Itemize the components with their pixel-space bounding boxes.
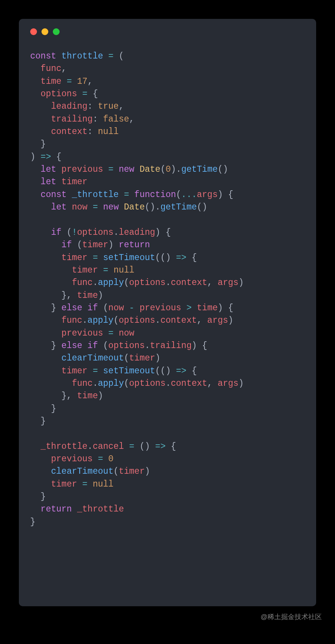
code-token <box>134 165 140 174</box>
code-token <box>134 303 140 313</box>
code-token: = <box>108 51 114 61</box>
code-token: = <box>108 165 114 174</box>
code-token: apply <box>98 278 124 288</box>
code-token: { <box>186 253 197 263</box>
code-token: setTimeout <box>103 253 155 263</box>
code-token: ) <box>98 291 103 300</box>
code-token: function <box>134 190 176 200</box>
code-token: let <box>41 177 56 187</box>
code-token: (() <box>155 253 176 263</box>
code-token: = <box>98 454 103 464</box>
code-token <box>30 278 72 288</box>
code-token: time <box>77 291 98 300</box>
code-token: func <box>41 64 61 74</box>
code-token <box>30 328 61 338</box>
minimize-icon[interactable] <box>41 28 48 35</box>
code-token: ) { <box>218 190 233 200</box>
code-token: ). <box>171 165 181 174</box>
code-token <box>119 190 124 200</box>
code-token <box>124 442 129 451</box>
code-token: false <box>103 114 129 124</box>
code-token: Date <box>140 165 160 174</box>
code-token: time <box>41 77 61 86</box>
code-token: return <box>41 504 72 514</box>
code-token: = <box>108 328 114 338</box>
code-token <box>30 467 51 476</box>
code-token: args <box>207 316 228 325</box>
code-token: options <box>77 228 114 237</box>
code-token: 0 <box>166 165 171 174</box>
code-token: args <box>197 190 218 200</box>
code-token <box>98 366 103 376</box>
code-token <box>88 479 93 489</box>
code-token: => <box>41 152 51 162</box>
code-token: now <box>108 303 124 313</box>
code-token <box>103 454 108 464</box>
code-token: = <box>129 442 134 451</box>
code-token: _throttle <box>77 504 124 514</box>
code-window: const throttle = ( func, time = 17, opti… <box>19 19 316 606</box>
code-token <box>30 253 61 263</box>
code-token <box>30 442 41 451</box>
code-token: let <box>41 165 56 174</box>
code-token: setTimeout <box>103 366 155 376</box>
code-token <box>30 228 51 237</box>
code-token: = <box>82 89 88 99</box>
code-token <box>56 177 61 187</box>
code-token: }, <box>30 391 77 401</box>
code-token: options <box>129 379 166 388</box>
code-token: . <box>145 341 150 351</box>
code-token <box>30 190 41 200</box>
code-token: timer <box>51 479 77 489</box>
code-token: } <box>30 492 46 502</box>
code-token <box>30 316 61 325</box>
code-token: else <box>61 303 82 313</box>
code-token: ) { <box>155 228 171 237</box>
code-token: leading <box>51 102 88 111</box>
code-token: ( <box>61 228 72 237</box>
code-token: trailing <box>150 341 192 351</box>
window-traffic-lights <box>30 28 305 35</box>
code-token <box>82 341 88 351</box>
code-token <box>30 114 51 124</box>
code-token: timer <box>129 353 155 363</box>
close-icon[interactable] <box>30 28 37 35</box>
code-token: 0 <box>108 454 114 464</box>
code-token <box>30 366 61 376</box>
code-token: ) <box>30 152 41 162</box>
code-token <box>30 504 41 514</box>
code-token: throttle <box>61 51 103 61</box>
code-token: ) <box>145 467 150 476</box>
code-block[interactable]: const throttle = ( func, time = 17, opti… <box>30 50 305 528</box>
code-token: ( <box>114 467 119 476</box>
code-token: . <box>166 379 171 388</box>
code-token: context <box>160 316 197 325</box>
code-token <box>93 454 98 464</box>
code-token: : <box>88 102 98 111</box>
code-token: = <box>103 265 108 275</box>
watermark-text: @稀土掘金技术社区 <box>261 612 322 621</box>
code-token <box>30 454 51 464</box>
code-token: options <box>41 89 77 99</box>
code-token: ( <box>114 51 124 61</box>
code-token: previous <box>61 328 103 338</box>
code-token: ( <box>176 190 181 200</box>
code-token: true <box>98 102 118 111</box>
code-token <box>30 265 72 275</box>
code-token <box>181 303 186 313</box>
code-token: args <box>218 379 238 388</box>
code-token: } <box>30 404 56 414</box>
code-token: . <box>93 379 98 388</box>
code-token: cancel <box>93 442 124 451</box>
code-token: } <box>30 517 35 527</box>
code-token: , <box>88 77 93 86</box>
code-token: , <box>207 379 218 388</box>
code-token: ) <box>238 278 244 288</box>
code-token: > <box>186 303 192 313</box>
code-token: new <box>103 202 118 212</box>
code-token <box>61 77 67 86</box>
code-token: clearTimeout <box>61 353 124 363</box>
code-token: ) <box>155 353 160 363</box>
maximize-icon[interactable] <box>53 28 60 35</box>
code-token: () <box>134 442 155 451</box>
